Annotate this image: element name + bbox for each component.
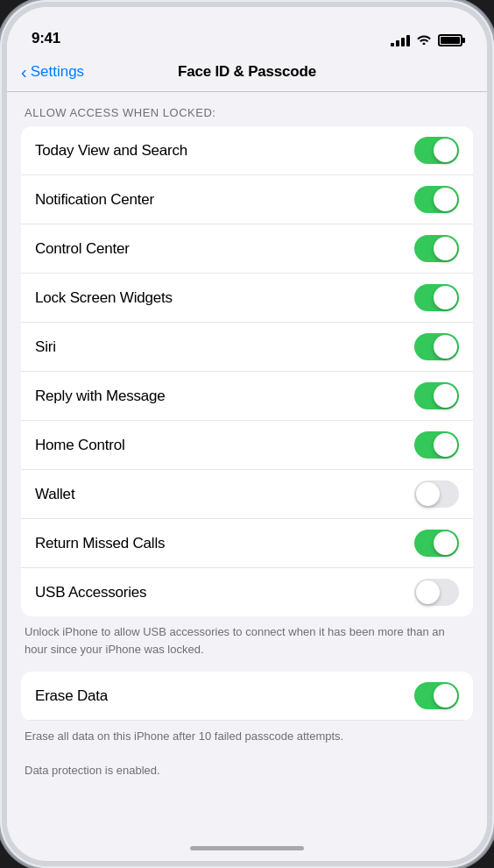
row-label-3: Lock Screen Widgets	[35, 289, 173, 307]
toggle-3[interactable]	[414, 284, 459, 311]
settings-row: Reply with Message	[21, 372, 473, 421]
toggle-knob-2	[434, 237, 457, 260]
battery-icon	[438, 34, 462, 46]
erase-toggle-knob	[434, 684, 457, 708]
settings-group: Today View and SearchNotification Center…	[21, 126, 473, 616]
toggle-knob-6	[434, 433, 457, 457]
settings-row: Home Control	[21, 421, 473, 470]
toggle-4[interactable]	[414, 333, 459, 360]
section-label: ALLOW ACCESS WHEN LOCKED:	[7, 92, 487, 126]
home-indicator	[190, 846, 304, 850]
signal-bar-4	[406, 35, 410, 46]
toggle-1[interactable]	[414, 186, 459, 213]
toggle-knob-1	[434, 188, 457, 211]
back-chevron-icon: ‹	[21, 63, 27, 81]
signal-bar-2	[396, 40, 399, 46]
signal-icon	[391, 34, 410, 46]
erase-footer-1: Erase all data on this iPhone after 10 f…	[25, 729, 343, 743]
toggle-5[interactable]	[414, 382, 459, 409]
row-label-2: Control Center	[35, 240, 130, 258]
phone-frame: 9:41	[0, 0, 494, 868]
erase-data-row: Erase Data	[21, 672, 473, 721]
usb-footer-text: Unlock iPhone to allow USB accessories t…	[7, 616, 487, 672]
erase-label: Erase Data	[35, 687, 108, 705]
toggle-knob-8	[434, 531, 457, 555]
erase-section: Erase Data Erase all data on this iPhone…	[21, 672, 473, 790]
status-bar: 9:41	[7, 7, 487, 54]
settings-row: Wallet	[21, 470, 473, 519]
row-label-9: USB Accessories	[35, 584, 146, 601]
settings-row: Today View and Search	[21, 126, 473, 175]
settings-row: USB Accessories	[21, 568, 473, 616]
settings-row: Notification Center	[21, 175, 473, 224]
settings-row: Return Missed Calls	[21, 519, 473, 568]
back-button[interactable]: ‹ Settings	[21, 63, 84, 81]
row-label-5: Reply with Message	[35, 388, 166, 405]
erase-group: Erase Data	[21, 672, 473, 721]
back-label: Settings	[31, 63, 84, 81]
toggle-knob-5	[434, 384, 457, 408]
nav-bar: ‹ Settings Face ID & Passcode	[7, 54, 487, 92]
nav-title: Face ID & Passcode	[178, 63, 316, 81]
phone-screen: 9:41	[7, 7, 487, 861]
erase-toggle[interactable]	[414, 682, 459, 709]
row-label-0: Today View and Search	[35, 142, 187, 160]
wifi-icon	[416, 32, 432, 47]
settings-row: Lock Screen Widgets	[21, 274, 473, 323]
row-label-6: Home Control	[35, 437, 124, 454]
row-label-8: Return Missed Calls	[35, 535, 165, 552]
settings-row: Control Center	[21, 224, 473, 274]
erase-footer-2: Data protection is enabled.	[25, 764, 160, 777]
toggle-knob-4	[434, 335, 457, 359]
toggle-knob-7	[416, 482, 440, 506]
toggle-6[interactable]	[414, 431, 459, 459]
signal-bar-1	[391, 43, 394, 46]
toggle-2[interactable]	[414, 235, 459, 262]
row-label-1: Notification Center	[35, 191, 154, 209]
battery-fill	[441, 37, 460, 44]
status-time: 9:41	[32, 30, 60, 47]
settings-row: Siri	[21, 323, 473, 372]
toggle-7[interactable]	[414, 480, 459, 508]
erase-row-wrapper: Erase Data	[21, 672, 473, 721]
signal-bar-3	[401, 38, 405, 46]
status-icons	[391, 32, 462, 47]
toggle-knob-0	[434, 139, 457, 162]
toggle-8[interactable]	[414, 530, 459, 557]
toggle-knob-9	[416, 580, 440, 604]
toggle-knob-3	[434, 286, 457, 309]
toggle-0[interactable]	[414, 137, 459, 164]
row-label-7: Wallet	[35, 486, 74, 503]
row-label-4: Siri	[35, 338, 56, 356]
toggle-9[interactable]	[414, 579, 459, 606]
content-area: ALLOW ACCESS WHEN LOCKED: Today View and…	[7, 92, 487, 849]
erase-footer-text: Erase all data on this iPhone after 10 f…	[21, 721, 473, 790]
